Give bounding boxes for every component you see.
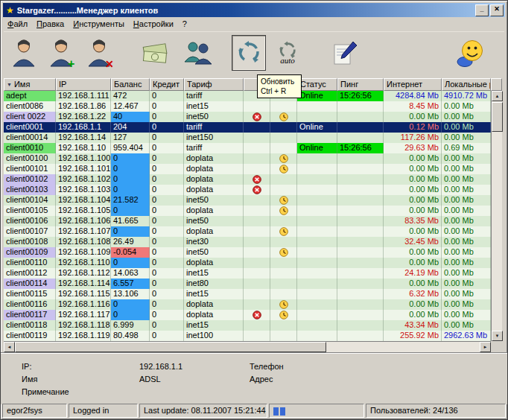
cell-local: 0.00 Mb: [442, 310, 491, 320]
table-row[interactable]: client0001192.168.1.12040tariffOnline0.1…: [4, 122, 491, 133]
vertical-scroll-thumb[interactable]: [492, 102, 503, 132]
users-group-button[interactable]: [181, 35, 215, 71]
auto-refresh-button[interactable]: auto: [270, 35, 305, 71]
table-row[interactable]: client00102192.168.1.10200doplata0.00 Mb…: [4, 174, 491, 185]
cell-tariff: doplata: [184, 174, 244, 185]
table-row[interactable]: client00106192.168.1.10641.6650inet5083.…: [4, 216, 491, 226]
column-header-Локальные р[interactable]: Локальные р: [442, 78, 491, 91]
frozen-clock-icon: [279, 311, 288, 319]
cell-status: [297, 279, 337, 289]
table-row[interactable]: client00114192.168.1.1146.5570inet800.00…: [4, 279, 491, 289]
client-card-button[interactable]: [7, 35, 41, 71]
cell-ping: [337, 206, 384, 216]
table-row[interactable]: client00014192.168.1.141270inet150117.26…: [4, 133, 491, 143]
cell-ping: [337, 289, 384, 299]
table-row[interactable]: client00101192.168.1.10100doplata0.00 Mb…: [4, 164, 491, 174]
table-row[interactable]: client0086192.168.1.8612.4670inet158.45 …: [4, 101, 491, 112]
table-row[interactable]: client00100192.168.1.10000doplata0.00 Mb…: [4, 153, 491, 164]
cell-frozen-flag: [270, 122, 297, 133]
column-header-Имя[interactable]: ▼Имя: [4, 78, 56, 91]
cell-balance: 0: [111, 206, 150, 216]
table-row[interactable]: client00108192.168.1.10826.490inet3032.4…: [4, 237, 491, 247]
column-header-Тариф[interactable]: Тариф: [184, 78, 244, 91]
scroll-up-button[interactable]: ▲: [492, 91, 503, 101]
column-header-Статус[interactable]: Статус: [297, 78, 337, 91]
menu-item-настройки[interactable]: Настройки: [130, 18, 180, 30]
column-header-Пинг[interactable]: Пинг: [337, 78, 384, 91]
horizontal-scroll-thumb[interactable]: [15, 342, 326, 352]
menu-item-инструменты[interactable]: Инструменты: [70, 18, 130, 30]
refresh-button[interactable]: [232, 35, 266, 71]
table-row[interactable]: adept192.168.1.1114720tariffOnline15:26:…: [4, 91, 491, 101]
status-users-count: Пользователей: 24/136: [366, 404, 506, 418]
cell-balance: 0: [111, 174, 150, 185]
table-body: adept192.168.1.1114720tariffOnline15:26:…: [4, 91, 491, 341]
cell-local: 0.00 Mb: [442, 185, 491, 195]
cell-credit: 0: [150, 331, 184, 341]
minimize-button[interactable]: _: [475, 4, 489, 16]
close-button[interactable]: ✕: [490, 4, 504, 16]
cell-status: [297, 247, 337, 258]
cell-status: [297, 195, 337, 206]
messages-button[interactable]: [454, 35, 488, 71]
progress-bar: [280, 407, 285, 416]
table-row[interactable]: client00110192.168.1.11000doplata0.00 Mb…: [4, 258, 491, 268]
table-row[interactable]: client00116192.168.1.11600doplata0.00 Mb…: [4, 299, 491, 310]
toolbar: +✕auto: [4, 31, 504, 73]
menu-item-правка[interactable]: Правка: [34, 18, 70, 30]
cell-tariff: inet50: [184, 247, 244, 258]
table-row[interactable]: client00105192.168.1.10500doplata0.00 Mb…: [4, 206, 491, 216]
scroll-left-button[interactable]: ◄: [4, 342, 15, 352]
table-row[interactable]: client00112192.168.1.11214.0630inet1524.…: [4, 268, 491, 279]
vertical-scrollbar[interactable]: ▲ ▼: [491, 91, 502, 341]
cell-ping: [337, 122, 384, 133]
table-row[interactable]: client00119192.168.1.11980.4980inet10025…: [4, 331, 491, 341]
table-row[interactable]: client00104192.168.1.10421.5820inet500.0…: [4, 195, 491, 206]
table-row[interactable]: client00117192.168.1.11700doplata0.00 Mb…: [4, 310, 491, 320]
cell-credit: 0: [150, 101, 184, 112]
cell-name: client0086: [4, 101, 56, 112]
cell-name: client0010: [4, 143, 56, 153]
delete-client-button[interactable]: ✕: [83, 35, 117, 71]
cell-credit: 0: [150, 299, 184, 310]
cell-status: [297, 289, 337, 299]
cell-frozen-flag: [270, 143, 297, 153]
cell-ping: [337, 279, 384, 289]
cell-ping: [337, 174, 384, 185]
cell-status: [297, 268, 337, 279]
table-row[interactable]: client00103192.168.1.10300doplata0.00 Mb…: [4, 185, 491, 195]
table-row[interactable]: client00115192.168.1.11513.1060inet156.3…: [4, 289, 491, 299]
table-row[interactable]: client00109192.168.1.109-0.0540inet500.0…: [4, 247, 491, 258]
payment-button[interactable]: [138, 35, 172, 71]
cell-ip: 192.168.1.103: [56, 185, 111, 195]
cell-credit: 0: [150, 279, 184, 289]
column-header-IP[interactable]: IP: [56, 78, 111, 91]
table-row[interactable]: client0010192.168.1.10959.4040tariffOnli…: [4, 143, 491, 153]
cell-ping: [337, 237, 384, 247]
scroll-right-button[interactable]: ►: [480, 342, 491, 352]
frozen-clock-icon: [279, 206, 288, 215]
cell-frozen-flag: [270, 331, 297, 341]
cell-tariff: inet15: [184, 268, 244, 279]
column-header-Интернет[interactable]: Интернет: [384, 78, 442, 91]
cell-internet: 255.92 Mb: [384, 331, 442, 341]
table-row[interactable]: client00107192.168.1.10700doplata0.00 Mb…: [4, 226, 491, 237]
titlebar[interactable]: ★ Stargazer..........Менеджер клиентов _…: [3, 3, 505, 17]
scroll-down-button[interactable]: ▼: [492, 331, 503, 341]
cell-internet: 0.00 Mb: [384, 247, 442, 258]
cell-credit: 0: [150, 174, 184, 185]
menu-item-файл[interactable]: Файл: [4, 18, 34, 30]
table-row[interactable]: client 0022192.168.1.22400inet500.00 Mb0…: [4, 112, 491, 122]
cell-status: [297, 331, 337, 341]
menu-item-?[interactable]: ?: [180, 18, 193, 30]
cell-balance: -0.054: [111, 247, 150, 258]
horizontal-scrollbar[interactable]: ◄ ►: [4, 341, 491, 352]
cell-internet: 0.00 Mb: [384, 258, 442, 268]
column-header-Кредит[interactable]: Кредит: [150, 78, 184, 91]
add-client-button[interactable]: +: [45, 35, 79, 71]
cell-ip: 192.168.1.100: [56, 153, 111, 164]
cell-ping: [337, 331, 384, 341]
column-header-Баланс[interactable]: Баланс: [111, 78, 150, 91]
table-row[interactable]: client00118192.168.1.1186.9990inet1543.3…: [4, 320, 491, 331]
edit-button[interactable]: [327, 35, 361, 71]
